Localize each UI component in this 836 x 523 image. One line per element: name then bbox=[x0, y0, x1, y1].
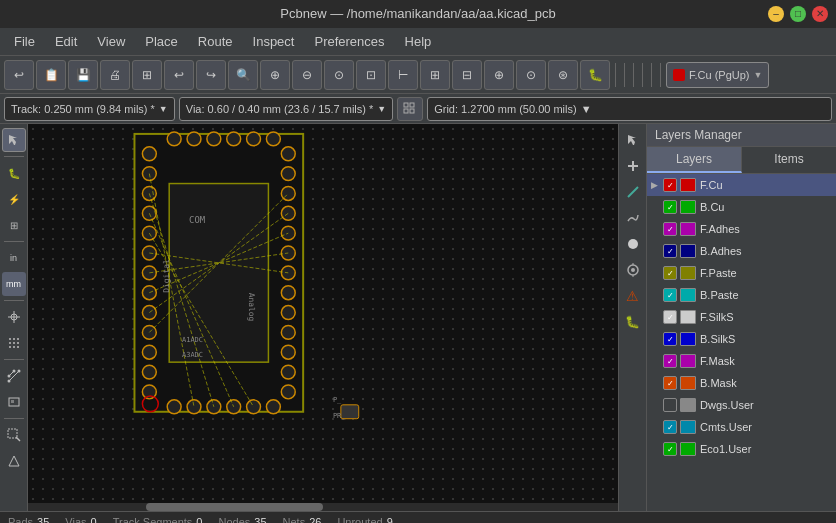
ratsnest-toolbar-btn[interactable]: ⊛ bbox=[548, 60, 578, 90]
layer-row[interactable]: ✓ B.Adhes bbox=[647, 240, 836, 262]
pad-btn[interactable]: ⊕ bbox=[484, 60, 514, 90]
inspect-tool[interactable]: 🐛 bbox=[2, 161, 26, 185]
svg-point-62 bbox=[187, 132, 201, 146]
bug-btn[interactable]: 🐛 bbox=[580, 60, 610, 90]
layer-name-label: F.Mask bbox=[700, 355, 735, 367]
left-toolbar-sep-3 bbox=[4, 300, 24, 301]
drc-tool[interactable]: ⚡ bbox=[2, 187, 26, 211]
layer-row[interactable]: ✓ Cmts.User bbox=[647, 416, 836, 438]
layer-checkbox[interactable]: ✓ bbox=[663, 266, 677, 280]
zoom-area-btn[interactable]: ⊡ bbox=[356, 60, 386, 90]
grid-toggle[interactable] bbox=[397, 97, 423, 121]
close-button[interactable]: ✕ bbox=[812, 6, 828, 22]
pcb-canvas-area[interactable]: COM Digital Analog A1ADC A3ADC PR_ P_ bbox=[28, 124, 618, 511]
local-ratsnest-btn[interactable] bbox=[2, 449, 26, 473]
layer-row[interactable]: ✓ F.SilkS bbox=[647, 306, 836, 328]
tab-layers[interactable]: Layers bbox=[647, 147, 742, 173]
layer-checkbox[interactable]: ✓ bbox=[663, 354, 677, 368]
unit-inches-btn[interactable]: in bbox=[2, 246, 26, 270]
layer-row[interactable]: ✓ B.Paste bbox=[647, 284, 836, 306]
menu-item-file[interactable]: File bbox=[4, 30, 45, 53]
unrouted-value: 9 bbox=[387, 516, 393, 524]
layer-selector-label: F.Cu (PgUp) bbox=[689, 69, 750, 81]
save-btn[interactable]: 💾 bbox=[68, 60, 98, 90]
layer-name-label: Eco1.User bbox=[700, 443, 751, 455]
menu-item-edit[interactable]: Edit bbox=[45, 30, 87, 53]
select-tool[interactable] bbox=[2, 128, 26, 152]
undo-btn[interactable]: ↩ bbox=[164, 60, 194, 90]
add-pad-btn[interactable] bbox=[621, 154, 645, 178]
layer-row[interactable]: ✓ F.Mask bbox=[647, 350, 836, 372]
pcb-view-btn[interactable] bbox=[2, 390, 26, 414]
grid-selector[interactable]: Grid: 1.2700 mm (50.00 mils) ▼ bbox=[427, 97, 832, 121]
layer-checkbox[interactable]: ✓ bbox=[663, 310, 677, 324]
open-btn[interactable]: 📋 bbox=[36, 60, 66, 90]
zoom-out-btn[interactable]: ⊖ bbox=[292, 60, 322, 90]
layer-selector-arrow: ▼ bbox=[754, 70, 763, 80]
menu-item-preferences[interactable]: Preferences bbox=[304, 30, 394, 53]
via-selector[interactable]: Via: 0.60 / 0.40 mm (23.6 / 15.7 mils) *… bbox=[179, 97, 393, 121]
zoom-select-btn[interactable] bbox=[2, 423, 26, 447]
new-btn[interactable]: ↩ bbox=[4, 60, 34, 90]
layer-row[interactable]: ✓ F.Paste bbox=[647, 262, 836, 284]
netlist-btn[interactable]: 🔍 bbox=[228, 60, 258, 90]
zoom-in-btn[interactable]: ⊕ bbox=[260, 60, 290, 90]
zoom-fit-btn[interactable]: ⊙ bbox=[324, 60, 354, 90]
pcb-rendering[interactable]: COM Digital Analog A1ADC A3ADC PR_ P_ bbox=[28, 124, 618, 511]
add-via-btn[interactable] bbox=[621, 258, 645, 282]
unit-mm-btn[interactable]: mm bbox=[2, 272, 26, 296]
layer-checkbox[interactable]: ✓ bbox=[663, 376, 677, 390]
layer-checkbox[interactable]: ✓ bbox=[663, 244, 677, 258]
drc-btn[interactable]: ⚠ bbox=[621, 284, 645, 308]
layer-selector[interactable]: F.Cu (PgUp) ▼ bbox=[666, 62, 769, 88]
layer-checkbox[interactable]: ✓ bbox=[663, 420, 677, 434]
layer-checkbox[interactable]: ✓ bbox=[663, 178, 677, 192]
menu-item-place[interactable]: Place bbox=[135, 30, 188, 53]
ratsnest-btn[interactable] bbox=[2, 364, 26, 388]
grid-selector-arrow: ▼ bbox=[581, 103, 592, 115]
svg-text:P_: P_ bbox=[333, 396, 342, 404]
interactive-router-btn[interactable] bbox=[621, 206, 645, 230]
highlight-net-btn[interactable] bbox=[621, 128, 645, 152]
grid-btn[interactable] bbox=[2, 331, 26, 355]
route-track-btn[interactable] bbox=[621, 180, 645, 204]
layer-row[interactable]: ✓ B.Mask bbox=[647, 372, 836, 394]
tb-sep bbox=[651, 63, 652, 87]
menu-item-view[interactable]: View bbox=[87, 30, 135, 53]
crosshair-btn[interactable] bbox=[2, 305, 26, 329]
layer-checkbox[interactable]: ✓ bbox=[663, 442, 677, 456]
logo-btn[interactable]: 🐛 bbox=[621, 310, 645, 334]
canvas-scrollbar-thumb[interactable] bbox=[146, 503, 323, 511]
menu-item-inspect[interactable]: Inspect bbox=[243, 30, 305, 53]
menu-item-route[interactable]: Route bbox=[188, 30, 243, 53]
layer-row[interactable]: Dwgs.User bbox=[647, 394, 836, 416]
layer-row[interactable]: ▶ ✓ F.Cu bbox=[647, 174, 836, 196]
maximize-button[interactable]: □ bbox=[790, 6, 806, 22]
minimize-button[interactable]: – bbox=[768, 6, 784, 22]
zoom-prev-btn[interactable]: ⊢ bbox=[388, 60, 418, 90]
redo-btn[interactable]: ↪ bbox=[196, 60, 226, 90]
layer-name-label: B.Paste bbox=[700, 289, 739, 301]
canvas-scrollbar[interactable] bbox=[28, 503, 618, 511]
net-inspector-tool[interactable]: ⊞ bbox=[2, 213, 26, 237]
layer-checkbox[interactable]: ✓ bbox=[663, 332, 677, 346]
copy-btn[interactable]: ⊞ bbox=[132, 60, 162, 90]
svg-point-29 bbox=[142, 147, 156, 161]
circle-btn[interactable] bbox=[621, 232, 645, 256]
layer-checkbox[interactable]: ✓ bbox=[663, 200, 677, 214]
clearance-btn[interactable]: ⊟ bbox=[452, 60, 482, 90]
layer-row[interactable]: ✓ B.SilkS bbox=[647, 328, 836, 350]
layer-checkbox[interactable]: ✓ bbox=[663, 222, 677, 236]
via-btn[interactable]: ⊙ bbox=[516, 60, 546, 90]
layer-checkbox[interactable]: ✓ bbox=[663, 288, 677, 302]
layer-row[interactable]: ✓ F.Adhes bbox=[647, 218, 836, 240]
layer-row[interactable]: ✓ Eco1.User bbox=[647, 438, 836, 460]
print-btn[interactable]: 🖨 bbox=[100, 60, 130, 90]
vias-status: Vias 0 bbox=[65, 516, 96, 524]
track-selector[interactable]: Track: 0.250 mm (9.84 mils) * ▼ bbox=[4, 97, 175, 121]
highlight-btn[interactable]: ⊞ bbox=[420, 60, 450, 90]
layer-checkbox[interactable] bbox=[663, 398, 677, 412]
menu-item-help[interactable]: Help bbox=[395, 30, 442, 53]
tab-items[interactable]: Items bbox=[742, 147, 836, 173]
layer-row[interactable]: ✓ B.Cu bbox=[647, 196, 836, 218]
